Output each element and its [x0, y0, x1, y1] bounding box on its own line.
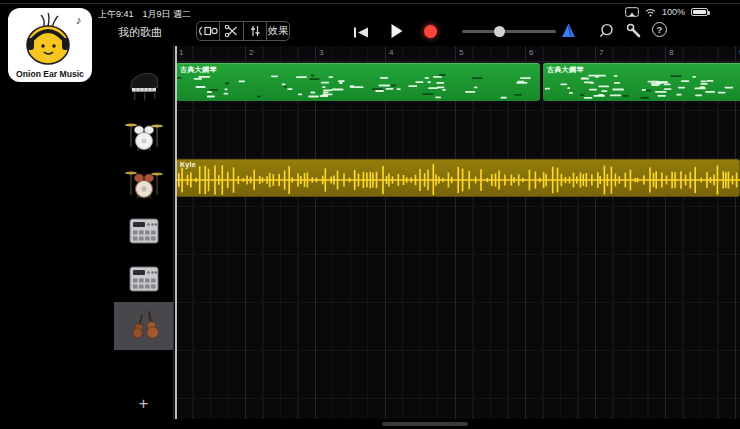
- play-button[interactable]: [389, 23, 404, 43]
- add-track-button[interactable]: +: [114, 390, 173, 418]
- grand-piano-icon: [124, 67, 164, 105]
- settings-wrench-button[interactable]: [626, 23, 641, 42]
- acoustic-drum-kit-icon: [124, 115, 164, 153]
- record-button[interactable]: [424, 25, 437, 38]
- region-label: 古典大鋼琴: [547, 65, 584, 75]
- string-section-icon: [124, 307, 164, 345]
- track-drum-machine-2[interactable]: [114, 254, 173, 302]
- region-label: 古典大鋼琴: [180, 65, 217, 75]
- ruler-bar-4: 4: [389, 48, 393, 57]
- ruler-bar-8: 8: [669, 48, 673, 57]
- playhead[interactable]: [175, 46, 177, 419]
- channel-logo: ♪ Onion Ear Music: [8, 8, 92, 82]
- battery-percent: 100%: [662, 7, 685, 17]
- scissors-icon: [224, 25, 238, 37]
- view-tools-group: 效果: [196, 21, 290, 41]
- plus-glyph: +: [139, 394, 149, 414]
- tracks-view-icon: [198, 25, 218, 37]
- region-label: Kyle: [180, 161, 196, 168]
- screen-mirroring-icon: [625, 7, 639, 17]
- drum-machine-icon-2: [124, 259, 164, 297]
- ruler-separator: [174, 61, 740, 62]
- wifi-icon: [645, 8, 656, 17]
- play-icon: [389, 23, 404, 39]
- master-volume-slider[interactable]: [462, 30, 556, 33]
- metronome-icon: [560, 22, 577, 39]
- music-note-glyph: ♪: [76, 14, 82, 26]
- track-header-sidebar: [114, 62, 173, 350]
- track-grand-piano[interactable]: [114, 62, 173, 110]
- ruler-bar-5: 5: [459, 48, 463, 57]
- status-time: 上午9:41: [98, 8, 134, 21]
- rewind-icon: [352, 26, 370, 39]
- midi-notes: [176, 72, 540, 100]
- midi-notes: [543, 72, 740, 100]
- ruler-bar-3: 3: [319, 48, 323, 57]
- tracks-timeline[interactable]: 1 2 3 4 5 6 7 8 9 古典大鋼琴 古典大鋼琴 Kyle: [174, 46, 740, 419]
- audio-waveform: [176, 161, 740, 195]
- effects-button[interactable]: 效果: [266, 22, 289, 40]
- drum-machine-icon: [124, 211, 164, 249]
- ruler-bar-7: 7: [599, 48, 603, 57]
- midi-region-piano-2[interactable]: 古典大鋼琴: [543, 63, 740, 101]
- battery-icon: [691, 8, 708, 16]
- midi-region-piano-1[interactable]: 古典大鋼琴: [176, 63, 540, 101]
- my-songs-button[interactable]: 我的歌曲: [118, 25, 162, 40]
- track-acoustic-drums[interactable]: [114, 110, 173, 158]
- ruler-bar-1: 1: [179, 48, 183, 57]
- wrench-icon: [626, 23, 641, 38]
- ruler-bar-2: 2: [249, 48, 253, 57]
- slider-knob[interactable]: [494, 26, 505, 37]
- track-drum-machine[interactable]: [114, 206, 173, 254]
- edit-tools-button[interactable]: [219, 22, 242, 40]
- home-indicator[interactable]: [382, 422, 468, 426]
- status-date: 1月9日 週二: [143, 8, 192, 21]
- status-time-date: 上午9:41 1月9日 週二: [98, 8, 191, 21]
- status-indicators: 100%: [625, 7, 708, 17]
- frame-top-edge: [0, 3, 740, 4]
- track-strings-selected[interactable]: [114, 302, 173, 350]
- audio-region-kyle[interactable]: Kyle: [176, 159, 740, 197]
- loop-browser-button[interactable]: [599, 23, 614, 42]
- metronome-button[interactable]: [560, 22, 577, 43]
- tracks-view-button[interactable]: [197, 22, 219, 40]
- ruler-bar-6: 6: [529, 48, 533, 57]
- logo-text: Onion Ear Music: [16, 69, 84, 79]
- track-vintage-drums[interactable]: [114, 158, 173, 206]
- vintage-drum-kit-icon: [124, 163, 164, 201]
- onion-mascot-illustration: ♪ Onion Ear Music: [8, 8, 92, 82]
- track-controls-button[interactable]: [243, 22, 266, 40]
- help-button[interactable]: ?: [652, 22, 667, 37]
- loop-browser-icon: [599, 23, 614, 38]
- help-glyph: ?: [657, 24, 663, 35]
- mixer-sliders-icon: [248, 25, 262, 37]
- rewind-button[interactable]: [352, 25, 370, 43]
- effects-label: 效果: [268, 24, 288, 38]
